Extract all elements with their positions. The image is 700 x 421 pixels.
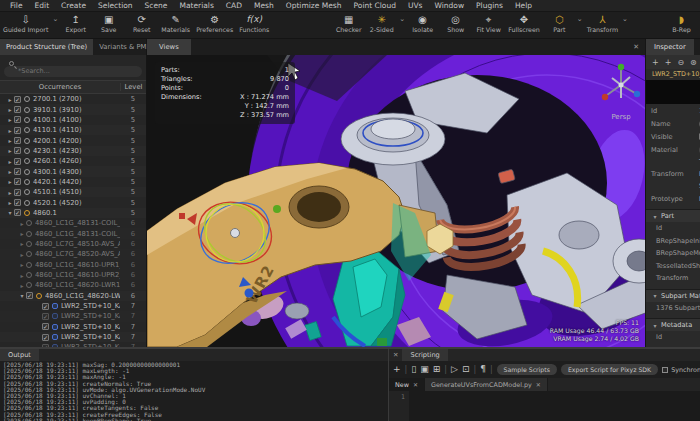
expand-icon[interactable]: ▸ (6, 96, 14, 103)
tree-row[interactable]: ▸✓4300.1 (4300)5 (0, 166, 146, 176)
tab-inspector[interactable]: Inspector (646, 39, 694, 55)
toolbar-button-transform[interactable]: ⅄Transform (584, 12, 621, 34)
level-column-header[interactable]: Level (120, 83, 146, 91)
part-item-transform[interactable]: Transform (646, 272, 700, 285)
toolbar-button-two-sided[interactable]: ✳2-Sided (365, 12, 398, 34)
tree-row[interactable]: ▸4860_LC1G_48131-COIL_SPRG_K6 (0, 228, 146, 238)
toolbar-button-checker[interactable]: ▦Checker (332, 12, 365, 34)
menu-scene[interactable]: Scene (139, 0, 174, 12)
menu-create[interactable]: Create (55, 0, 92, 12)
tree-row[interactable]: ▸✓4520.1 (4520)5 (0, 197, 146, 207)
visibility-checkbox[interactable]: ✓ (42, 303, 49, 310)
tree-row[interactable]: ▸✓2700.1 (2700)5 (0, 94, 146, 104)
toolbar-button-show[interactable]: ◎Show (439, 12, 472, 34)
close-icon[interactable]: ✕ (389, 349, 402, 361)
menu-plugins[interactable]: Plugins (470, 0, 509, 12)
visibility-checkbox[interactable]: ✓ (14, 199, 21, 206)
tree-row[interactable]: ▸✓4200.1 (4200)5 (0, 135, 146, 145)
pilcrow-icon[interactable]: ¶ (480, 361, 486, 378)
subpart-section-header[interactable]: ▾Subpart Materials (646, 289, 700, 302)
tree-row[interactable]: ▸✓4100.1 (4100)5 (0, 115, 146, 125)
visibility-checkbox[interactable]: ✓ (14, 147, 21, 154)
tree-row[interactable]: ✓LWR2_STD+10_KAKUNIN7 (0, 301, 146, 311)
expand-icon[interactable]: ▸ (18, 251, 26, 258)
tree-row[interactable]: ▸✓4510.1 (4510)5 (0, 187, 146, 197)
visibility-checkbox[interactable]: ✓ (42, 334, 49, 341)
tab-scripting[interactable]: Scripting (402, 349, 447, 361)
expand-icon[interactable]: ▸ (18, 272, 26, 279)
expand-icon[interactable]: ▸ (6, 106, 14, 113)
expand-icon[interactable]: ▾ (6, 209, 14, 216)
chevron-down-icon[interactable]: ⌄ (52, 15, 58, 23)
expand-icon[interactable]: ▸ (6, 199, 14, 206)
menu-file[interactable]: File (4, 0, 29, 12)
tree-row[interactable]: ▾✓4860.15 (0, 208, 146, 218)
menu-materials[interactable]: Materials (173, 0, 219, 12)
close-icon[interactable]: ✕ (536, 381, 541, 388)
chevron-down-icon[interactable]: ⌄ (399, 15, 405, 23)
toolbar-button-export[interactable]: ↥Export (59, 12, 92, 34)
expand-icon[interactable]: ▸ (18, 282, 26, 289)
export-sdk-button[interactable]: Export Script for Pixyz SDK (561, 364, 658, 375)
tree-row[interactable]: ▸4860_LC1G_48610-UPR1_ARM_R6 (0, 260, 146, 270)
menu-help[interactable]: Help (509, 0, 538, 12)
part-section-header[interactable]: ▾Part (646, 209, 700, 222)
tree-row[interactable]: ▸4860_LC7G_48510-AVS_ABSR_RH6 (0, 239, 146, 249)
visibility-checkbox[interactable]: ✓ (14, 137, 21, 144)
save-script-icon[interactable]: ▣ (420, 361, 429, 378)
visibility-checkbox[interactable]: ✓ (14, 116, 21, 123)
part-item-id[interactable]: Id (646, 222, 700, 235)
menu-uvs[interactable]: UVs (402, 0, 429, 12)
tree-row[interactable]: ✓LWR2_STD+10_KAKUNIN7 (0, 311, 146, 321)
menu-edit[interactable]: Edit (29, 0, 56, 12)
expand-icon[interactable]: ▸ (6, 178, 14, 185)
part-item-brepshapeinitial[interactable]: BRepShapeInitial (646, 235, 700, 248)
expand-icon[interactable]: ▾ (18, 292, 26, 299)
tree-row[interactable]: ▸✓3910.1 (3910)5 (0, 104, 146, 114)
part-item-brepshapemodified[interactable]: BRepShapeModified (646, 247, 700, 260)
expand-icon[interactable]: ▸ (6, 158, 14, 165)
menu-selection[interactable]: Selection (92, 0, 139, 12)
expand-icon[interactable]: ▸ (6, 168, 14, 175)
expand-icon[interactable]: ▸ (6, 127, 14, 134)
tab-variants-pmi[interactable]: Variants & PMI (93, 39, 154, 55)
occurrences-column-header[interactable]: Occurrences (0, 83, 120, 91)
script-tab-new[interactable]: New✕ (389, 378, 425, 391)
visibility-checkbox[interactable]: ✓ (26, 292, 33, 299)
output-log[interactable]: [2025/06/18 19:23:11] maxSag: 0.20000000… (0, 361, 388, 421)
expand-icon[interactable]: ▸ (6, 116, 14, 123)
tab-product-structure[interactable]: Product Structure (Tree) (0, 39, 93, 55)
tree-row[interactable]: ▾✓4860_LC1G_48620-LWR2_A6 (0, 291, 146, 301)
visibility-checkbox[interactable]: ✓ (42, 313, 49, 320)
toolbar-button-guided-import[interactable]: ⇩Guided Import (0, 12, 51, 34)
toolbar-button-reset[interactable]: ⟳Reset (125, 12, 158, 34)
visibility-checkbox[interactable]: ✓ (14, 127, 21, 134)
menu-point-cloud[interactable]: Point Cloud (348, 0, 402, 12)
visibility-checkbox[interactable]: ✓ (42, 344, 49, 347)
tab-output[interactable]: Output (0, 349, 39, 361)
toolbar-button-part[interactable]: ⬡Part (543, 12, 576, 34)
unlink-icon[interactable]: ⊖ (677, 58, 684, 67)
menu-cad[interactable]: CAD (220, 0, 248, 12)
toolbar-button-preferences[interactable]: ⚙Preferences (193, 12, 236, 34)
visibility-checkbox[interactable]: ✓ (14, 158, 21, 165)
search-input[interactable] (4, 66, 142, 77)
save-all-icon[interactable]: ⊞ (433, 361, 441, 378)
tree-row[interactable]: ▸✓4230.1 (4230)5 (0, 146, 146, 156)
visibility-checkbox[interactable]: ✓ (14, 106, 21, 113)
visibility-checkbox[interactable]: ✓ (14, 178, 21, 185)
editor-content[interactable] (409, 391, 700, 421)
tree-row[interactable]: ▸4860_LC1G_48131-COIL_SPRG_R6 (0, 218, 146, 228)
add-component-icon[interactable]: + (665, 58, 672, 67)
metadata-item-id[interactable]: Id (646, 331, 700, 344)
expand-icon[interactable]: ▸ (18, 220, 26, 227)
clipboard-icon[interactable]: ▯ (411, 361, 416, 378)
toolbar-button-fit-view[interactable]: ⌖Fit View (472, 12, 505, 34)
part-item-tessellatedshape[interactable]: TessellatedShape (646, 260, 700, 273)
run-selection-icon[interactable]: ⊡ (462, 361, 470, 378)
tree-row[interactable]: ▸4860_LC7G_48520-AVS_ABSR_LH6 (0, 249, 146, 259)
toolbar-button-isolate[interactable]: ◉Isolate (406, 12, 439, 34)
tree-row[interactable]: ▸4860_LC1G_48610-UPR2_ARM_R6 (0, 270, 146, 280)
visibility-checkbox[interactable]: ✓ (14, 189, 21, 196)
menu-window[interactable]: Window (429, 0, 471, 12)
